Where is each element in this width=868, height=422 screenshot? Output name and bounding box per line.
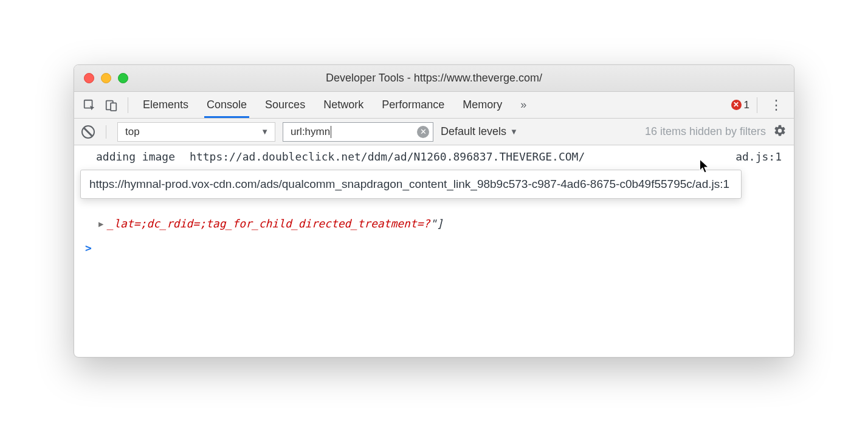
zoom-window-button[interactable]	[118, 73, 128, 83]
svg-rect-2	[111, 103, 116, 111]
close-window-button[interactable]	[84, 73, 94, 83]
devtools-window: Developer Tools - https://www.theverge.c…	[74, 64, 794, 358]
window-titlebar: Developer Tools - https://www.theverge.c…	[74, 65, 794, 92]
divider	[128, 97, 128, 113]
text-caret	[331, 126, 331, 138]
filter-value: url:hymn	[291, 126, 330, 138]
divider	[757, 97, 757, 113]
console-log-row: ▶ _lat=;dc_rdid=;tag_for_child_directed_…	[98, 217, 443, 230]
traffic-lights	[74, 73, 128, 83]
devtools-tabbar: Elements Console Sources Network Perform…	[74, 92, 794, 119]
log-text-a: adding image	[96, 150, 175, 163]
expand-arrow-icon[interactable]: ▶	[98, 219, 103, 229]
devtools-menu-button[interactable]: ⋮	[765, 97, 788, 113]
chevron-down-icon: ▼	[261, 127, 269, 136]
clear-filter-button[interactable]: ✕	[417, 126, 429, 138]
minimize-window-button[interactable]	[101, 73, 111, 83]
log-text-b: https://ad.doubleclick.net/ddm/ad/N1260.…	[190, 150, 585, 163]
log-source-link[interactable]: ad.js:1	[735, 150, 782, 163]
log-levels-select[interactable]: Default levels ▼	[441, 125, 518, 138]
inspect-element-icon[interactable]	[80, 97, 98, 114]
tab-elements[interactable]: Elements	[136, 92, 196, 118]
tab-console[interactable]: Console	[199, 92, 254, 118]
window-title: Developer Tools - https://www.theverge.c…	[74, 72, 794, 85]
clear-console-button[interactable]	[81, 125, 95, 139]
tabs-overflow-button[interactable]: »	[513, 92, 534, 118]
error-count: 1	[744, 99, 749, 111]
hidden-items-note: 16 items hidden by filters	[645, 125, 766, 138]
error-count-badge[interactable]: ✕ 1	[731, 99, 749, 111]
chevron-down-icon: ▼	[510, 127, 518, 136]
log-text: _lat=;dc_rdid=;tag_for_child_directed_tr…	[107, 217, 443, 230]
device-toolbar-icon[interactable]	[102, 97, 120, 114]
console-filter-input[interactable]: url:hymn ✕	[283, 122, 433, 142]
tab-memory[interactable]: Memory	[455, 92, 509, 118]
levels-label: Default levels	[441, 125, 506, 138]
console-toolbar: top ▼ url:hymn ✕ Default levels ▼ 16 ite…	[74, 119, 794, 145]
console-output: adding image https://ad.doubleclick.net/…	[74, 145, 794, 357]
tab-performance[interactable]: Performance	[374, 92, 452, 118]
divider	[106, 125, 106, 139]
console-log-row: adding image https://ad.doubleclick.net/…	[74, 145, 794, 167]
tab-sources[interactable]: Sources	[258, 92, 312, 118]
source-link-tooltip: https://hymnal-prod.vox-cdn.com/ads/qual…	[80, 170, 742, 199]
error-icon: ✕	[731, 100, 742, 110]
tab-network[interactable]: Network	[316, 92, 371, 118]
context-value: top	[125, 126, 140, 138]
console-settings-button[interactable]	[773, 124, 787, 140]
console-prompt[interactable]: >	[85, 241, 92, 254]
execution-context-select[interactable]: top ▼	[117, 122, 275, 142]
